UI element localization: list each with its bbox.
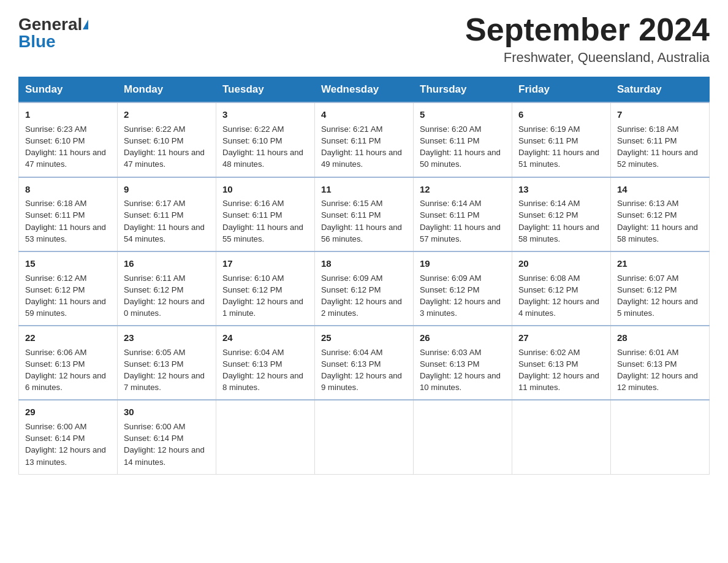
calendar-cell: 18Sunrise: 6:09 AMSunset: 6:12 PMDayligh… [315,251,414,326]
calendar-cell: 21Sunrise: 6:07 AMSunset: 6:12 PMDayligh… [611,251,710,326]
weekday-header-friday: Friday [512,77,611,103]
calendar-cell [611,400,710,474]
calendar-cell: 30Sunrise: 6:00 AMSunset: 6:14 PMDayligh… [118,400,216,474]
calendar-cell: 11Sunrise: 6:15 AMSunset: 6:11 PMDayligh… [315,177,414,251]
day-info: Sunrise: 6:03 AMSunset: 6:13 PMDaylight:… [420,347,506,394]
calendar-cell [216,400,315,474]
weekday-header-saturday: Saturday [611,77,710,103]
day-info: Sunrise: 6:23 AMSunset: 6:10 PMDaylight:… [25,123,111,170]
day-number: 7 [617,108,703,121]
week-row-4: 22Sunrise: 6:06 AMSunset: 6:13 PMDayligh… [19,326,710,400]
day-info: Sunrise: 6:02 AMSunset: 6:13 PMDaylight:… [518,347,604,394]
calendar-table: SundayMondayTuesdayWednesdayThursdayFrid… [18,77,710,475]
calendar-cell [315,400,414,474]
calendar-cell: 12Sunrise: 6:14 AMSunset: 6:11 PMDayligh… [414,177,512,251]
day-info: Sunrise: 6:15 AMSunset: 6:11 PMDaylight:… [321,197,407,245]
day-number: 26 [420,331,506,345]
calendar-cell: 5Sunrise: 6:20 AMSunset: 6:11 PMDaylight… [414,102,512,177]
logo-general-text: General [18,16,82,33]
day-info: Sunrise: 6:18 AMSunset: 6:11 PMDaylight:… [617,123,703,170]
calendar-cell: 24Sunrise: 6:04 AMSunset: 6:13 PMDayligh… [216,326,315,400]
calendar-cell [414,400,512,474]
header: General Blue September 2024 Freshwater, … [18,12,710,66]
day-number: 17 [222,257,308,270]
day-number: 16 [124,257,210,270]
calendar-cell: 4Sunrise: 6:21 AMSunset: 6:11 PMDaylight… [315,102,414,177]
day-number: 30 [124,405,210,419]
calendar-cell: 6Sunrise: 6:19 AMSunset: 6:11 PMDaylight… [512,102,611,177]
weekday-header-wednesday: Wednesday [315,77,414,103]
day-number: 20 [518,257,604,270]
day-number: 1 [25,108,111,121]
day-number: 24 [222,331,308,345]
day-number: 9 [124,183,210,196]
day-info: Sunrise: 6:12 AMSunset: 6:12 PMDaylight:… [25,272,111,320]
calendar-cell: 14Sunrise: 6:13 AMSunset: 6:12 PMDayligh… [611,177,710,251]
day-number: 10 [222,183,308,196]
calendar-cell: 15Sunrise: 6:12 AMSunset: 6:12 PMDayligh… [19,251,118,326]
day-number: 8 [25,183,111,196]
calendar-cell: 23Sunrise: 6:05 AMSunset: 6:13 PMDayligh… [118,326,216,400]
day-info: Sunrise: 6:11 AMSunset: 6:12 PMDaylight:… [124,272,210,320]
day-number: 28 [617,331,703,345]
day-info: Sunrise: 6:05 AMSunset: 6:13 PMDaylight:… [124,347,210,394]
calendar-subtitle: Freshwater, Queensland, Australia [465,50,710,66]
calendar-cell [512,400,611,474]
logo: General Blue [18,12,88,50]
day-info: Sunrise: 6:09 AMSunset: 6:12 PMDaylight:… [321,272,407,320]
calendar-cell: 22Sunrise: 6:06 AMSunset: 6:13 PMDayligh… [19,326,118,400]
week-row-2: 8Sunrise: 6:18 AMSunset: 6:11 PMDaylight… [19,177,710,251]
week-row-1: 1Sunrise: 6:23 AMSunset: 6:10 PMDaylight… [19,102,710,177]
calendar-cell: 26Sunrise: 6:03 AMSunset: 6:13 PMDayligh… [414,326,512,400]
weekday-header-monday: Monday [118,77,216,103]
day-info: Sunrise: 6:22 AMSunset: 6:10 PMDaylight:… [124,123,210,170]
day-number: 29 [25,405,111,419]
day-info: Sunrise: 6:14 AMSunset: 6:12 PMDaylight:… [518,197,604,245]
day-info: Sunrise: 6:08 AMSunset: 6:12 PMDaylight:… [518,272,604,320]
day-info: Sunrise: 6:10 AMSunset: 6:12 PMDaylight:… [222,272,308,320]
day-info: Sunrise: 6:14 AMSunset: 6:11 PMDaylight:… [420,197,506,245]
day-number: 22 [25,331,111,345]
calendar-title: September 2024 [465,12,710,47]
day-info: Sunrise: 6:22 AMSunset: 6:10 PMDaylight:… [222,123,308,170]
calendar-cell: 17Sunrise: 6:10 AMSunset: 6:12 PMDayligh… [216,251,315,326]
calendar-cell: 28Sunrise: 6:01 AMSunset: 6:13 PMDayligh… [611,326,710,400]
day-number: 6 [518,108,604,121]
logo-blue-text: Blue [18,32,56,51]
day-number: 13 [518,183,604,196]
weekday-header-row: SundayMondayTuesdayWednesdayThursdayFrid… [19,77,710,103]
week-row-3: 15Sunrise: 6:12 AMSunset: 6:12 PMDayligh… [19,251,710,326]
calendar-cell: 19Sunrise: 6:09 AMSunset: 6:12 PMDayligh… [414,251,512,326]
weekday-header-thursday: Thursday [414,77,512,103]
weekday-header-sunday: Sunday [19,77,118,103]
calendar-cell: 7Sunrise: 6:18 AMSunset: 6:11 PMDaylight… [611,102,710,177]
day-number: 25 [321,331,407,345]
day-number: 3 [222,108,308,121]
day-info: Sunrise: 6:13 AMSunset: 6:12 PMDaylight:… [617,197,703,245]
day-number: 23 [124,331,210,345]
calendar-cell: 2Sunrise: 6:22 AMSunset: 6:10 PMDaylight… [118,102,216,177]
day-info: Sunrise: 6:19 AMSunset: 6:11 PMDaylight:… [518,123,604,170]
day-info: Sunrise: 6:17 AMSunset: 6:11 PMDaylight:… [124,197,210,245]
day-info: Sunrise: 6:00 AMSunset: 6:14 PMDaylight:… [25,421,111,468]
calendar-cell: 29Sunrise: 6:00 AMSunset: 6:14 PMDayligh… [19,400,118,474]
logo-triangle-icon [83,20,88,29]
calendar-cell: 20Sunrise: 6:08 AMSunset: 6:12 PMDayligh… [512,251,611,326]
week-row-5: 29Sunrise: 6:00 AMSunset: 6:14 PMDayligh… [19,400,710,474]
day-number: 15 [25,257,111,270]
weekday-header-tuesday: Tuesday [216,77,315,103]
day-info: Sunrise: 6:07 AMSunset: 6:12 PMDaylight:… [617,272,703,320]
day-info: Sunrise: 6:04 AMSunset: 6:13 PMDaylight:… [222,347,308,394]
day-number: 2 [124,108,210,121]
calendar-cell: 8Sunrise: 6:18 AMSunset: 6:11 PMDaylight… [19,177,118,251]
day-info: Sunrise: 6:09 AMSunset: 6:12 PMDaylight:… [420,272,506,320]
day-info: Sunrise: 6:21 AMSunset: 6:11 PMDaylight:… [321,123,407,170]
day-info: Sunrise: 6:01 AMSunset: 6:13 PMDaylight:… [617,347,703,394]
day-info: Sunrise: 6:16 AMSunset: 6:11 PMDaylight:… [222,197,308,245]
title-section: September 2024 Freshwater, Queensland, A… [465,12,710,66]
day-number: 14 [617,183,703,196]
calendar-cell: 1Sunrise: 6:23 AMSunset: 6:10 PMDaylight… [19,102,118,177]
day-info: Sunrise: 6:18 AMSunset: 6:11 PMDaylight:… [25,197,111,245]
day-number: 18 [321,257,407,270]
day-number: 19 [420,257,506,270]
